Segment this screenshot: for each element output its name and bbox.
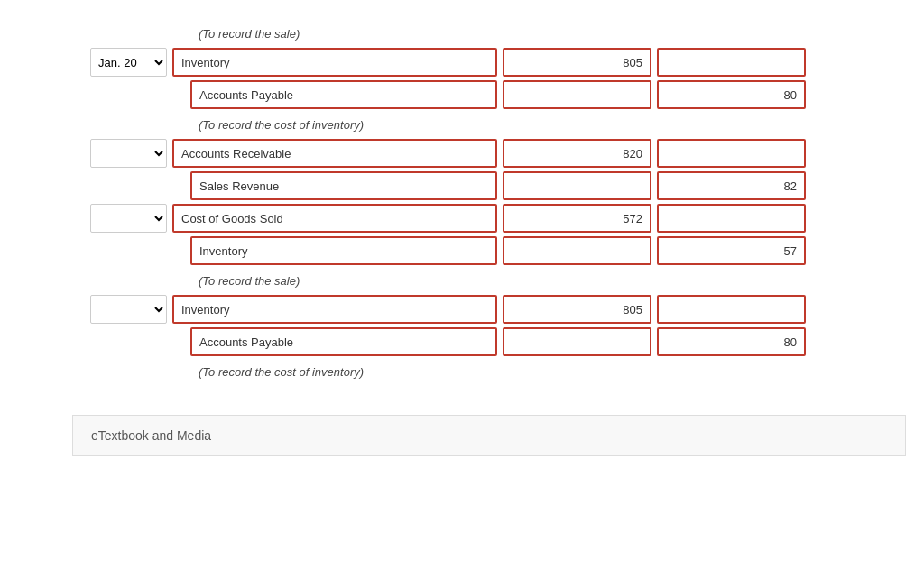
date-select-7[interactable] [90, 295, 167, 324]
journal-row-8: Accounts Payable 80 [90, 327, 906, 356]
label-to-record-sale-1: (To record the sale) [199, 27, 906, 41]
journal-row-1: Jan. 20 Inventory 805 [90, 48, 906, 77]
debit-field-1[interactable]: 805 [503, 48, 651, 77]
debit-field-8[interactable] [503, 327, 651, 356]
account-field-ar[interactable]: Accounts Receivable [172, 139, 497, 168]
journal-row-4: Sales Revenue 82 [90, 171, 906, 200]
account-field-inventory-1[interactable]: Inventory [172, 48, 497, 77]
debit-field-7[interactable]: 805 [503, 295, 651, 324]
debit-field-6[interactable] [503, 236, 651, 265]
credit-field-7[interactable] [657, 295, 806, 324]
date-select-1[interactable]: Jan. 20 [90, 48, 167, 77]
account-field-sales-revenue[interactable]: Sales Revenue [190, 171, 497, 200]
journal-row-7: Inventory 805 [90, 295, 906, 324]
page-wrapper: (To record the sale) Jan. 20 Inventory 8… [0, 0, 924, 578]
credit-field-4[interactable]: 82 [657, 171, 806, 200]
debit-field-3[interactable]: 820 [503, 139, 651, 168]
debit-field-4[interactable] [503, 171, 651, 200]
credit-field-2[interactable]: 80 [657, 80, 806, 109]
journal-row-2: Accounts Payable 80 [90, 80, 906, 109]
journal-row-3: Accounts Receivable 820 [90, 139, 906, 168]
label-to-record-cost-2: (To record the cost of inventory) [199, 365, 906, 379]
debit-field-2[interactable] [503, 80, 651, 109]
debit-field-5[interactable]: 572 [503, 204, 651, 233]
date-select-3[interactable] [90, 139, 167, 168]
credit-field-3[interactable] [657, 139, 806, 168]
credit-field-8[interactable]: 80 [657, 327, 806, 356]
date-placeholder-4 [90, 171, 167, 200]
credit-field-1[interactable] [657, 48, 806, 77]
label-to-record-cost-1: (To record the cost of inventory) [199, 118, 906, 132]
account-field-cogs[interactable]: Cost of Goods Sold [172, 204, 497, 233]
account-field-inventory-3[interactable]: Inventory [172, 295, 497, 324]
account-field-inventory-2[interactable]: Inventory [190, 236, 497, 265]
account-field-ap-2[interactable]: Accounts Payable [190, 327, 497, 356]
date-placeholder-2 [90, 80, 167, 109]
journal-row-5: Cost of Goods Sold 572 [90, 204, 906, 233]
account-field-ap-1[interactable]: Accounts Payable [190, 80, 497, 109]
etextbook-label: eTextbook and Media [91, 428, 211, 443]
journal-row-6: Inventory 57 [90, 236, 906, 265]
credit-field-5[interactable] [657, 204, 806, 233]
date-placeholder-6 [90, 236, 167, 265]
date-placeholder-8 [90, 327, 167, 356]
etextbook-section: eTextbook and Media [72, 415, 906, 456]
date-select-5[interactable] [90, 204, 167, 233]
credit-field-6[interactable]: 57 [657, 236, 806, 265]
label-to-record-sale-2: (To record the sale) [199, 274, 906, 288]
